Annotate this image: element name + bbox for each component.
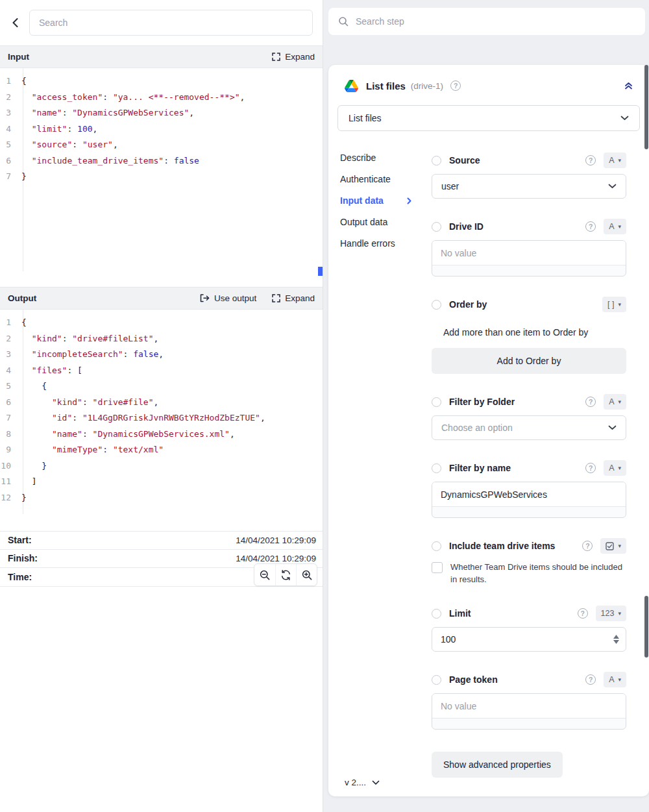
finish-value: 14/04/2021 10:29:09: [236, 554, 316, 563]
help-icon[interactable]: [450, 80, 461, 91]
code-line: 7}: [0, 169, 323, 185]
scrollbar-thumb[interactable]: [644, 596, 648, 658]
drive-id-input[interactable]: [432, 241, 626, 265]
line-number: 6: [0, 395, 17, 411]
field-radio[interactable]: [432, 463, 441, 473]
filter-by-name-input[interactable]: [432, 482, 626, 507]
help-icon[interactable]: [585, 397, 596, 407]
code-line: 3 "name": "DynamicsGPWebServices",: [0, 105, 323, 121]
start-value: 14/04/2021 10:29:09: [236, 535, 316, 545]
code-line: 4 "files": [: [0, 363, 323, 379]
code-line: 5 {: [0, 378, 323, 395]
code-line: 5 "source": "user",: [0, 137, 323, 153]
field-filter-by-folder: Filter by Folder A Choose an option: [432, 395, 626, 440]
field-header: Limit 123: [432, 606, 626, 621]
page-token-input[interactable]: [432, 694, 626, 719]
field-header: Drive ID A: [432, 219, 626, 234]
code-text: }: [17, 490, 27, 506]
zoom-in-button[interactable]: [296, 564, 317, 585]
filter-by-folder-select[interactable]: Choose an option: [432, 415, 626, 440]
output-code-editor[interactable]: 1{2 "kind": "drive#fileList",3 "incomple…: [0, 310, 323, 514]
limit-input-wrap: [432, 627, 626, 652]
refresh-button[interactable]: [275, 564, 296, 585]
operation-select[interactable]: List files: [337, 105, 640, 131]
field-label: Drive ID: [449, 221, 484, 232]
start-label: Start:: [8, 535, 32, 545]
version-selector[interactable]: v 2....: [345, 778, 380, 787]
time-label: Time:: [8, 572, 32, 582]
code-line: 11 ]: [0, 474, 323, 490]
zoom-out-button[interactable]: [254, 564, 275, 585]
execution-log-panel: Input Expand 1{2 "access_token": "ya... …: [0, 0, 323, 812]
field-radio[interactable]: [432, 222, 441, 232]
field-radio[interactable]: [432, 397, 441, 407]
type-selector[interactable]: [600, 538, 626, 554]
caret-down-icon: [618, 399, 621, 405]
line-number: 2: [0, 331, 17, 347]
code-line: 1{: [0, 73, 323, 90]
help-icon[interactable]: [582, 541, 593, 551]
tab-describe[interactable]: Describe: [340, 152, 421, 164]
code-line: 8 "name": "DynamicsGPWebServices.xml",: [0, 426, 323, 443]
type-selector-label: 123: [601, 609, 615, 618]
chevron-down-icon: [608, 425, 617, 430]
code-text: "include_team_drive_items": false: [17, 153, 199, 169]
operation-select-value: List files: [349, 113, 382, 123]
type-selector[interactable]: A: [604, 219, 626, 234]
type-selector[interactable]: A: [604, 394, 626, 410]
line-number: 4: [0, 363, 17, 379]
collapse-button[interactable]: [621, 79, 636, 93]
source-select-value: user: [441, 181, 459, 191]
expand-label: Expand: [285, 293, 315, 303]
use-output-button[interactable]: Use output: [200, 293, 256, 303]
field-radio[interactable]: [432, 300, 441, 310]
pane-resize-handle[interactable]: [318, 267, 323, 276]
scrollbar-thumb[interactable]: [644, 65, 648, 149]
caret-down-icon: [618, 465, 621, 471]
step-search-input[interactable]: [356, 16, 635, 27]
caret-down-icon: [618, 676, 621, 683]
code-text: "kind": "drive#fileList",: [17, 331, 158, 347]
help-icon[interactable]: [585, 674, 596, 685]
field-radio[interactable]: [432, 541, 441, 551]
help-icon[interactable]: [578, 608, 588, 619]
field-radio[interactable]: [432, 675, 441, 685]
help-icon[interactable]: [585, 221, 596, 232]
code-line: 3 "incompleteSearch": false,: [0, 347, 323, 363]
source-select[interactable]: user: [432, 174, 626, 199]
add-to-order-by-button[interactable]: Add to Order by: [432, 348, 626, 374]
help-icon[interactable]: [585, 155, 596, 166]
input-expand-button[interactable]: Expand: [272, 52, 315, 62]
chevron-down-icon: [620, 116, 629, 121]
tab-output-data[interactable]: Output data: [340, 216, 421, 228]
caret-down-icon: [618, 543, 621, 549]
field-radio[interactable]: [432, 156, 441, 166]
tab-handle-errors[interactable]: Handle errors: [340, 238, 421, 249]
order-by-hint: Add more than one item to Order by: [432, 327, 626, 338]
chevron-right-icon: [407, 197, 411, 204]
type-selector[interactable]: A: [604, 153, 626, 168]
type-selector[interactable]: A: [604, 460, 626, 476]
type-selector[interactable]: A: [604, 672, 626, 687]
step-config-card: List files (drive-1) List files Describe…: [328, 65, 649, 796]
field-header: Source A: [432, 153, 626, 167]
tab-input-data[interactable]: Input data: [340, 195, 421, 206]
number-stepper[interactable]: [613, 635, 619, 644]
refresh-icon: [280, 570, 291, 580]
field-filter-by-name: Filter by name A: [432, 461, 626, 518]
search-input[interactable]: [29, 10, 313, 36]
type-selector[interactable]: 123: [596, 606, 626, 621]
field-radio[interactable]: [432, 609, 441, 619]
show-advanced-properties-button[interactable]: Show advanced properties: [432, 752, 563, 778]
team-drive-checkbox[interactable]: [432, 562, 443, 573]
chevron-down-icon: [372, 780, 380, 785]
code-line: 7 "id": "1L4GgDRGriskJvnRWBGtYRzHodZbEzT…: [0, 410, 323, 426]
limit-input[interactable]: [434, 634, 613, 645]
help-icon[interactable]: [585, 463, 596, 473]
field-header: Include team drive items: [432, 539, 626, 553]
output-expand-button[interactable]: Expand: [272, 293, 315, 303]
tab-authenticate[interactable]: Authenticate: [340, 173, 421, 185]
type-selector[interactable]: [ ]: [602, 297, 626, 312]
input-code-editor[interactable]: 1{2 "access_token": "ya... <**--removed-…: [0, 68, 323, 271]
back-button[interactable]: [6, 14, 23, 31]
